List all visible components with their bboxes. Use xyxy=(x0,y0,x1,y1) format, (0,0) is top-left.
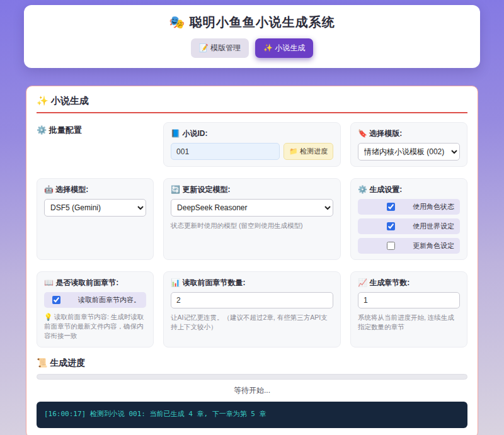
progress-bar xyxy=(37,374,467,380)
tab-novel-generate[interactable]: ✨ 小说生成 xyxy=(255,38,313,58)
prev-count-label: 📊 读取前面章节数量: xyxy=(171,278,333,288)
template-select-label-text: 选择模版: xyxy=(369,129,402,138)
bookmark-icon: 🔖 xyxy=(358,129,367,138)
gen-count-input[interactable] xyxy=(358,292,460,308)
tab-template-manage[interactable]: 📝 模版管理 xyxy=(191,38,249,58)
use-world-setting-checkbox[interactable] xyxy=(387,222,395,230)
read-prev-panel: 📖 是否读取前面章节: 读取前面章节内容。 💡 读取前面章节内容: 生成时读取前… xyxy=(37,271,154,347)
section-title-text: 小说生成 xyxy=(51,95,89,106)
page-title: 🎭 聪明小鱼鱼小说生成系统 xyxy=(30,14,474,31)
read-prev-option: 读取前面章节内容。 xyxy=(44,292,146,308)
prev-count-input[interactable] xyxy=(171,292,333,308)
novel-id-label-text: 小说ID: xyxy=(182,129,207,138)
update-model-label: 🔄 更新设定模型: xyxy=(171,184,333,195)
read-prev-tip: 💡 读取前面章节内容: 生成时读取前面章节的最新文件内容，确保内容衔接一致 xyxy=(44,312,146,341)
app-title-text: 聪明小鱼鱼小说生成系统 xyxy=(190,15,335,29)
template-select-label: 🔖 选择模版: xyxy=(358,128,460,139)
update-model-label-text: 更新设定模型: xyxy=(182,185,230,194)
scroll-icon: 📜 xyxy=(37,358,47,368)
novel-id-panel: 📘 小说ID: 📁 检测进度 xyxy=(163,122,341,167)
gen-count-label: 📈 生成章节数: xyxy=(358,278,460,288)
novel-generate-icon: ✨ xyxy=(263,43,273,52)
chart-up-icon: 📈 xyxy=(358,278,367,287)
template-select[interactable]: 情绪内核小说模板 (002) xyxy=(358,143,460,161)
refresh-icon: 🔄 xyxy=(171,185,180,194)
batch-config-label: ⚙️ 批量配置 xyxy=(37,122,154,167)
novel-id-input[interactable] xyxy=(171,143,280,160)
open-book-icon: 📖 xyxy=(44,278,54,287)
novel-id-row: 📁 检测进度 xyxy=(171,143,333,160)
read-prev-checkbox[interactable] xyxy=(52,296,60,304)
prev-count-label-text: 读取前面章节数量: xyxy=(182,278,245,287)
model-select-label: 🤖 选择模型: xyxy=(44,184,146,195)
app-logo-icon: 🎭 xyxy=(169,15,185,29)
book-icon: 📘 xyxy=(171,129,180,138)
prev-count-help: 让AI记忆更连贯。（建议不超过2章, 有些第三方API支持上下文较小） xyxy=(171,313,333,332)
tab-novel-generate-label: 小说生成 xyxy=(275,43,305,52)
robot-icon: 🤖 xyxy=(44,185,54,194)
template-select-panel: 🔖 选择模版: 情绪内核小说模板 (002) xyxy=(350,122,467,167)
console-log-line: [16:00:17] 检测到小说 001: 当前已生成 4 章, 下一章为第 5… xyxy=(44,410,266,418)
novel-id-label: 📘 小说ID: xyxy=(171,128,333,139)
check-progress-button[interactable]: 📁 检测进度 xyxy=(284,143,333,160)
app-header: 🎭 聪明小鱼鱼小说生成系统 📝 模版管理 ✨ 小说生成 xyxy=(24,5,480,68)
update-model-panel: 🔄 更新设定模型: DeepSeek Reasoner 状态更新时使用的模型 (… xyxy=(163,178,341,260)
model-select[interactable]: DSF5 (Gemini) xyxy=(44,199,146,217)
lightbulb-icon: 💡 xyxy=(44,313,52,320)
gear-icon: ⚙️ xyxy=(358,185,367,194)
tab-bar: 📝 模版管理 ✨ 小说生成 xyxy=(30,38,474,58)
update-character-setting-option: 更新角色设定 xyxy=(358,238,460,254)
gen-settings-label: ⚙️ 生成设置: xyxy=(358,184,460,195)
read-prev-tip-text: 读取前面章节内容: 生成时读取前面章节的最新文件内容，确保内容衔接一致 xyxy=(44,313,144,339)
tab-template-manage-label: 模版管理 xyxy=(210,43,241,52)
update-character-setting-label: 更新角色设定 xyxy=(413,241,454,250)
use-world-setting-label: 使用世界设定 xyxy=(413,222,454,230)
read-prev-label-text: 是否读取前面章节: xyxy=(55,278,118,287)
read-prev-label: 📖 是否读取前面章节: xyxy=(44,278,146,288)
update-character-setting-checkbox[interactable] xyxy=(387,242,395,250)
novel-generate-card: ✨ 小说生成 ⚙️ 批量配置 📘 小说ID: 📁 检测进度 🔖 xyxy=(26,86,478,435)
model-select-panel: 🤖 选择模型: DSF5 (Gemini) xyxy=(37,178,154,260)
progress-title-text: 生成进度 xyxy=(50,358,85,368)
config-grid: ⚙️ 批量配置 📘 小说ID: 📁 检测进度 🔖 选择模版: 情绪 xyxy=(37,122,467,347)
prev-count-panel: 📊 读取前面章节数量: 让AI记忆更连贯。（建议不超过2章, 有些第三方API支… xyxy=(163,271,341,347)
use-character-state-checkbox[interactable] xyxy=(387,203,395,211)
use-world-setting-option: 使用世界设定 xyxy=(358,218,460,234)
progress-status-text: 等待开始... xyxy=(37,385,467,396)
update-model-select[interactable]: DeepSeek Reasoner xyxy=(171,199,333,217)
gen-count-label-text: 生成章节数: xyxy=(369,278,410,287)
gen-count-panel: 📈 生成章节数: 系统将从当前进度开始, 连续生成指定数量的章节 xyxy=(350,271,467,347)
gen-settings-panel: ⚙️ 生成设置: 使用角色状态 使用世界设定 更新角色设定 xyxy=(350,178,467,260)
gen-settings-label-text: 生成设置: xyxy=(369,185,402,194)
bar-chart-icon: 📊 xyxy=(171,278,180,287)
update-model-help: 状态更新时使用的模型 (留空则使用生成模型) xyxy=(171,221,333,230)
console-log: [16:00:17] 检测到小说 001: 当前已生成 4 章, 下一章为第 5… xyxy=(37,402,467,428)
read-prev-option-label: 读取前面章节内容。 xyxy=(78,295,140,304)
use-character-state-label: 使用角色状态 xyxy=(413,202,454,211)
sparkle-icon: ✨ xyxy=(37,95,49,106)
section-title: ✨ 小说生成 xyxy=(37,95,467,113)
gear-icon: ⚙️ xyxy=(37,125,47,135)
use-character-state-option: 使用角色状态 xyxy=(358,199,460,215)
batch-config-text: 批量配置 xyxy=(49,125,82,135)
folder-icon: 📁 xyxy=(289,147,298,155)
progress-section-title: 📜 生成进度 xyxy=(37,358,467,369)
check-progress-label: 检测进度 xyxy=(300,147,328,155)
model-select-label-text: 选择模型: xyxy=(55,185,88,194)
gen-count-help: 系统将从当前进度开始, 连续生成指定数量的章节 xyxy=(358,313,460,332)
template-manage-icon: 📝 xyxy=(199,43,209,52)
